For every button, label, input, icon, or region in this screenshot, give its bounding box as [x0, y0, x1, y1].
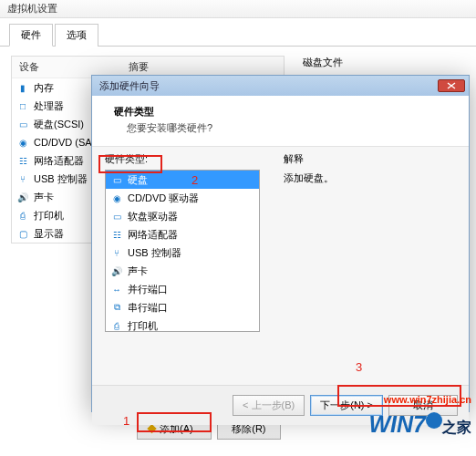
hardware-type-item[interactable]: ⑂USB 控制器	[106, 244, 259, 262]
watermark-brand: WIN7	[369, 411, 427, 437]
hardware-type-item[interactable]: ↔并行端口	[106, 280, 259, 298]
hardware-type-item[interactable]: ▭硬盘	[106, 171, 259, 189]
device-icon: ▮	[16, 80, 30, 95]
hardware-icon: ◉	[109, 191, 124, 205]
watermark-logo: WIN7之家	[369, 411, 472, 438]
hardware-column: 硬件类型: ▭硬盘◉CD/DVD 驱动器▭软盘驱动器☷网络适配器⑂USB 控制器…	[105, 152, 269, 385]
device-icon: ☷	[16, 153, 30, 168]
disk-file-label: 磁盘文件	[303, 56, 440, 69]
close-button[interactable]	[438, 79, 465, 92]
hardware-type-item[interactable]: ▭软盘驱动器	[106, 207, 259, 225]
dialog-subheading: 您要安装哪类硬件?	[127, 121, 456, 135]
dialog-body: 硬件类型: ▭硬盘◉CD/DVD 驱动器▭软盘驱动器☷网络适配器⑂USB 控制器…	[92, 146, 469, 385]
hardware-icon: ▭	[109, 172, 124, 187]
hardware-icon: 🔊	[109, 264, 124, 278]
hardware-icon: ↔	[109, 282, 124, 296]
device-icon: ▢	[16, 226, 30, 241]
tabs: 硬件 选项	[0, 18, 476, 47]
hardware-icon: ▭	[109, 209, 124, 223]
hardware-icon: ☷	[109, 227, 124, 242]
tab-hardware[interactable]: 硬件	[9, 24, 53, 47]
hardware-icon: ⎙	[109, 318, 124, 332]
globe-icon	[426, 412, 442, 429]
watermark-suffix: 之家	[442, 420, 471, 435]
device-icon: ◉	[16, 135, 30, 150]
tab-options[interactable]: 选项	[55, 24, 98, 47]
device-icon: ⑂	[16, 171, 30, 186]
watermark-url: www.win7zhijia.cn	[384, 394, 471, 405]
hardware-type-item[interactable]: ☷网络适配器	[106, 225, 259, 244]
hardware-icon: ⧉	[109, 300, 124, 315]
device-icon: 🔊	[16, 190, 30, 204]
explanation-label: 解释	[284, 152, 334, 166]
window-title: 虚拟机设置	[0, 0, 476, 18]
hardware-type-item[interactable]: ⎙打印机	[106, 316, 259, 332]
explanation-text: 添加硬盘。	[284, 171, 334, 185]
hardware-type-item[interactable]: 🔊声卡	[106, 262, 259, 280]
hardware-type-item[interactable]: ◉CD/DVD 驱动器	[106, 189, 259, 207]
close-icon	[447, 82, 456, 89]
device-icon: ▭	[16, 117, 30, 131]
hardware-types-label: 硬件类型:	[105, 152, 269, 166]
hardware-icon: ⑂	[109, 245, 124, 260]
add-hardware-wizard: 添加硬件向导 硬件类型 您要安装哪类硬件? 硬件类型: ▭硬盘◉CD/DVD 驱…	[91, 75, 470, 412]
hardware-type-item[interactable]: ⧉串行端口	[106, 298, 259, 316]
explanation-column: 解释 添加硬盘。	[284, 152, 334, 385]
device-icon: ⎙	[16, 208, 30, 223]
dialog-header: 硬件类型 您要安装哪类硬件?	[92, 96, 469, 146]
back-button: < 上一步(B)	[233, 395, 305, 416]
dialog-titlebar[interactable]: 添加硬件向导	[92, 76, 469, 96]
dialog-title: 添加硬件向导	[96, 79, 160, 93]
dialog-heading: 硬件类型	[114, 105, 456, 119]
device-icon: □	[16, 98, 30, 113]
hardware-type-list[interactable]: ▭硬盘◉CD/DVD 驱动器▭软盘驱动器☷网络适配器⑂USB 控制器🔊声卡↔并行…	[105, 170, 260, 332]
vm-settings-window: 虚拟机设置 硬件 选项 设备 摘要 ▮内存1 GB□处理器▭硬盘(SCSI)◉C…	[0, 0, 476, 456]
